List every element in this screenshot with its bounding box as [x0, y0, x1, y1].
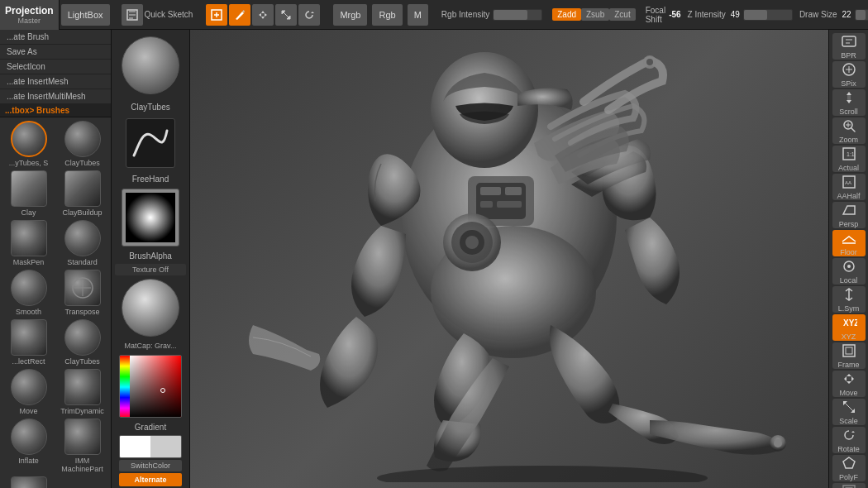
move-right-icon: [841, 371, 857, 387]
brush-claytubes-s[interactable]: ...yTubes, S: [3, 121, 54, 167]
rgb-button[interactable]: Rgb: [372, 4, 402, 26]
sv-cursor: [160, 388, 165, 393]
alternate-button[interactable]: Alternate: [119, 473, 182, 486]
brush-trimdynamic[interactable]: TrimDynamic: [57, 369, 107, 415]
brush-preview-trimdynamic: [64, 369, 101, 405]
mrgb-button[interactable]: Mrgb: [333, 4, 367, 26]
polyf-label: PolyF: [839, 473, 858, 481]
switch-color-button[interactable]: SwitchColor: [119, 460, 182, 471]
xyz-button[interactable]: XYZ XYZ: [832, 314, 866, 341]
floor-icon: [841, 230, 857, 246]
edit-button[interactable]: [206, 4, 227, 26]
brush-maskpen[interactable]: MaskPen: [3, 220, 54, 266]
rotate-button[interactable]: [298, 4, 320, 26]
stroke-preview[interactable]: [126, 118, 175, 168]
brush-claybuildup[interactable]: ClayBuildup: [57, 170, 107, 217]
svg-rect-22: [842, 36, 856, 46]
svg-line-36: [843, 401, 855, 413]
lightbox-button[interactable]: LightBox: [61, 4, 110, 26]
brush-claytubes2[interactable]: ClayTubes: [57, 319, 107, 366]
svg-rect-24: [847, 95, 851, 100]
rotate-right-button[interactable]: Rotate: [832, 427, 866, 453]
frame-button[interactable]: Frame: [832, 342, 866, 369]
actual-button[interactable]: 1:1 Actual: [832, 146, 866, 172]
menu-item-insert-multi-mesh[interactable]: ...ate InsertMultiMesh: [0, 89, 111, 104]
brushes-header[interactable]: ...tbox> Brushes: [0, 104, 111, 117]
transp-button[interactable]: Transp: [832, 483, 866, 488]
zcut-button[interactable]: Zcut: [609, 8, 635, 21]
local-button[interactable]: Local: [832, 258, 866, 285]
tool-group-sketch: Quick Sketch: [118, 4, 197, 26]
svg-point-32: [847, 265, 851, 268]
mrgb-group: Mrgb Rgb M: [330, 4, 431, 26]
menu-item-create-brush[interactable]: ...ate Brush: [0, 30, 111, 45]
model-svg: [228, 36, 790, 482]
zoom-button[interactable]: Zoom: [832, 117, 866, 144]
transp-icon: [841, 483, 857, 488]
polyf-icon: [841, 455, 857, 471]
bpr-button[interactable]: BPR: [832, 33, 866, 60]
svg-rect-10: [480, 187, 501, 195]
brush-preview-standard: [64, 220, 101, 256]
gradient-swatch[interactable]: [119, 435, 182, 458]
gradient-label: Gradient: [112, 421, 189, 433]
color-picker[interactable]: [119, 355, 182, 418]
floor-label: Floor: [840, 248, 857, 256]
draw-button[interactable]: [229, 4, 250, 26]
top-bar: Projection Master LightBox Quick Sketch …: [0, 0, 868, 30]
brush-clay[interactable]: Clay: [3, 170, 54, 217]
z-intensity-slider[interactable]: [743, 9, 793, 21]
move-right-button[interactable]: Move: [832, 371, 866, 397]
spix-button[interactable]: SPix: [832, 61, 866, 88]
alpha-preview[interactable]: [122, 189, 179, 246]
floor-button[interactable]: Floor: [832, 230, 866, 256]
actual-label: Actual: [838, 164, 859, 172]
menu-item-select-icon[interactable]: SelectIcon: [0, 60, 111, 74]
matcap-preview[interactable]: [122, 279, 179, 337]
menu-item-save-as[interactable]: Save As: [0, 45, 111, 60]
brush-selectrect[interactable]: ...lectRect: [3, 319, 54, 366]
lsym-button[interactable]: L.Sym: [832, 286, 866, 313]
m-button[interactable]: M: [408, 4, 428, 26]
brush-claytubes[interactable]: ClayTubes: [57, 121, 107, 167]
right-panel: BPR SPix Scroll Zoom 1:1 Actual AA AAHal…: [828, 30, 868, 488]
brush-insertcube[interactable]: ...startCube: [3, 476, 54, 488]
persp-button[interactable]: Persp: [832, 202, 866, 228]
scale-button[interactable]: [275, 4, 297, 26]
brush-preview-smooth: [11, 270, 47, 306]
brush-inflate[interactable]: Inflate: [3, 419, 54, 473]
brush-preview-selectrect: [11, 319, 47, 356]
brush-standard[interactable]: Standard: [57, 220, 107, 266]
sv-area[interactable]: [130, 356, 181, 418]
brush-smooth[interactable]: Smooth: [3, 270, 54, 316]
brush-imm-machinepart[interactable]: IMM MachinePart: [57, 419, 107, 473]
hue-bar[interactable]: [120, 356, 130, 418]
scroll-button[interactable]: Scroll: [832, 89, 866, 116]
zsub-button[interactable]: Zsub: [581, 8, 609, 21]
rgb-intensity-slider[interactable]: [493, 9, 542, 21]
quick-sketch-label: Quick Sketch: [145, 10, 193, 19]
zadd-button[interactable]: Zadd: [552, 8, 581, 21]
projection-label: Projection: [5, 5, 54, 17]
rgb-intensity-group: Rgb Intensity: [438, 9, 546, 21]
brush-large-preview[interactable]: [122, 36, 179, 94]
z-intensity-label: Z Intensity: [688, 10, 726, 19]
move-button[interactable]: [252, 4, 274, 26]
zoom-label: Zoom: [839, 136, 858, 144]
texture-off-label[interactable]: Texture Off: [115, 264, 186, 275]
bpr-label: BPR: [841, 51, 856, 60]
brush-move[interactable]: Move: [3, 369, 54, 415]
brush-transpose[interactable]: Transpose: [57, 270, 107, 316]
brush-preview-claytubes: [64, 121, 101, 157]
svg-point-7: [646, 59, 653, 65]
canvas-area[interactable]: [190, 30, 828, 488]
scale-right-button[interactable]: Scale: [832, 399, 866, 425]
polyf-button[interactable]: PolyF: [832, 455, 866, 481]
draw-size-slider[interactable]: [855, 9, 868, 21]
projection-master-button[interactable]: Projection Master: [0, 0, 60, 30]
quick-sketch-button[interactable]: [122, 4, 143, 26]
left-panel: ...ate Brush Save As SelectIcon ...ate I…: [0, 30, 112, 488]
menu-item-insert-mesh[interactable]: ...ate InsertMesh: [0, 74, 111, 89]
aahalf-button[interactable]: AA AAHalf: [832, 174, 866, 200]
lsym-label: L.Sym: [838, 304, 860, 313]
